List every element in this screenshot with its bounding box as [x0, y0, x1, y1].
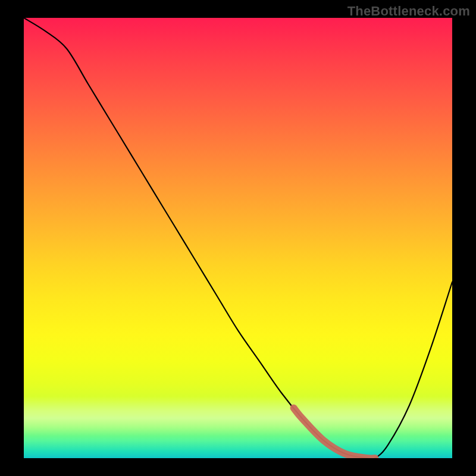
watermark-text: TheBottleneck.com: [347, 4, 470, 19]
chart-frame: TheBottleneck.com: [0, 0, 476, 476]
bright-band: [24, 396, 452, 436]
optimal-range-highlight: [294, 408, 375, 458]
curve-svg: [24, 18, 452, 458]
plot-area: [24, 18, 452, 458]
bottleneck-curve: [24, 18, 452, 458]
